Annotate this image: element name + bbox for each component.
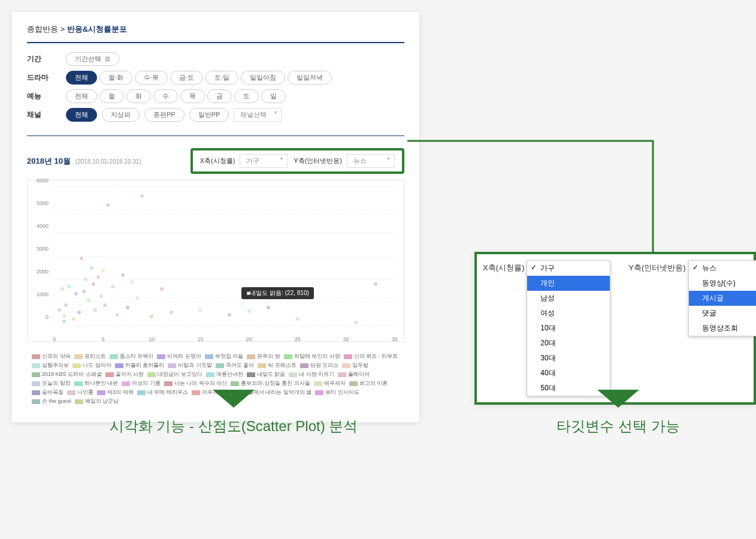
legend-item: 설렘주의보 — [32, 362, 69, 369]
filter-pill[interactable]: 금 — [207, 89, 232, 103]
data-point[interactable] — [140, 194, 144, 198]
dropdown-item[interactable]: 30대 — [527, 351, 610, 366]
filter-pill[interactable]: 전체 — [66, 89, 97, 103]
data-point[interactable] — [67, 285, 71, 288]
y-axis-select[interactable]: 뉴스 — [347, 154, 395, 168]
legend-item: 끝까지 사랑 — [105, 371, 144, 378]
data-point[interactable] — [228, 313, 231, 317]
filter-pill[interactable]: 수·목 — [135, 71, 168, 85]
data-point[interactable] — [126, 306, 129, 309]
dropdown-item[interactable]: 가구 — [527, 261, 610, 276]
filter-pill[interactable]: 전체 — [66, 71, 97, 85]
breadcrumb-sep: > — [61, 25, 65, 34]
data-point[interactable] — [160, 287, 164, 291]
legend-item: 하나뿐인 내편 — [74, 380, 119, 387]
x-axis-select[interactable]: 가구 — [240, 154, 288, 168]
dropdown-item[interactable]: 남성 — [527, 291, 610, 306]
dropdown-expanded-panel: X축(시청률) 가구개인남성여성10대20대30대40대50대 Y축(인터넷반응… — [474, 252, 756, 405]
legend-item: 러블리 호러블리 — [115, 362, 165, 369]
data-point[interactable] — [296, 317, 300, 321]
legend-item: 배우세자 — [314, 380, 346, 387]
legend-item: 단원 오피스 — [300, 362, 339, 369]
filter-pill[interactable]: 지상파 — [102, 108, 140, 122]
period-select-button[interactable]: 기간선택 ☰ — [66, 52, 119, 66]
filter-pill[interactable]: 종편PP — [144, 108, 185, 122]
data-point[interactable] — [87, 299, 90, 302]
data-point[interactable] — [90, 266, 93, 270]
filter-pill[interactable]: 토·일 — [205, 71, 238, 85]
dropdown-item[interactable]: 여성 — [527, 306, 610, 321]
legend-item: 2018 KBS 드라마 스페셜 — [32, 371, 102, 378]
data-point[interactable] — [267, 306, 270, 309]
period-label: 기간 — [27, 54, 57, 64]
data-point[interactable] — [96, 275, 100, 279]
data-point[interactable] — [103, 303, 107, 307]
dropdown-item[interactable]: 10대 — [527, 321, 610, 336]
filter-pill[interactable]: 전체 — [66, 108, 97, 122]
data-point[interactable] — [198, 308, 202, 312]
legend-item: 프리스트 — [74, 353, 106, 360]
data-point[interactable] — [58, 308, 61, 312]
legend-item: 비켜라 운명아 — [157, 353, 201, 360]
filter-pill[interactable]: 일일저녁 — [288, 71, 332, 85]
filter-pill[interactable]: 월·화 — [99, 71, 132, 85]
dropdown-item[interactable]: 뉴스 — [689, 261, 756, 276]
chart-tooltip: ■내일도 맑음: (22, 810) — [241, 287, 313, 299]
dropdown-item[interactable]: 40대 — [527, 366, 610, 381]
y-dropdown-list[interactable]: 뉴스동영상(수)게시글댓글동영상조회 — [688, 260, 756, 336]
legend-item: 계룡선녀전 — [206, 371, 243, 378]
filter-pill[interactable]: 목 — [180, 89, 205, 103]
breadcrumb-parent: 종합반응 — [27, 25, 58, 34]
left-caption-title: 시각화 기능 - 산점도(Scatter Plot) 분석 — [90, 417, 377, 434]
dropdown-item[interactable]: 20대 — [527, 336, 610, 351]
data-point[interactable] — [101, 269, 105, 272]
data-point[interactable] — [64, 303, 68, 307]
data-point[interactable] — [93, 308, 97, 312]
dropdown-item[interactable]: 댓글 — [689, 306, 756, 321]
data-point[interactable] — [62, 314, 66, 318]
data-point[interactable] — [354, 321, 358, 324]
channel-select[interactable]: 채널선택 — [234, 108, 282, 122]
scatter-chart[interactable]: 0100020003000400050006000 ■내일도 맑음: (22, … — [27, 180, 404, 342]
dropdown-item[interactable]: 게시글 — [689, 291, 756, 306]
data-point[interactable] — [61, 287, 64, 291]
data-point[interactable] — [77, 311, 81, 314]
data-point[interactable] — [99, 294, 103, 298]
data-point[interactable] — [150, 315, 153, 318]
filter-section: 기간 기간선택 ☰ 드라마 전체월·화수·목금·토토·일일일아침일일저녁 예능 … — [27, 52, 404, 136]
date-title: 2018년 10월 (2018.10.01-2018.10.31) — [27, 156, 141, 167]
data-point[interactable] — [247, 309, 251, 313]
data-point[interactable] — [74, 292, 78, 296]
data-point[interactable] — [82, 290, 86, 293]
data-point[interactable] — [131, 280, 134, 284]
triangle-down-icon — [213, 390, 255, 408]
legend-item: 신의 퀴즈 : 리부트 — [344, 353, 398, 360]
data-point[interactable] — [72, 317, 75, 321]
data-point[interactable] — [111, 285, 114, 288]
right-caption-title: 타깃변수 선택 가능 — [498, 417, 738, 434]
data-point[interactable] — [374, 282, 377, 286]
data-point[interactable] — [92, 282, 95, 286]
filter-pill[interactable]: 화 — [126, 89, 151, 103]
data-point[interactable] — [106, 203, 110, 207]
data-point[interactable] — [116, 313, 119, 317]
legend-item: 죽어도 좋아 — [216, 362, 255, 369]
filter-pill[interactable]: 일 — [261, 89, 286, 103]
dropdown-item[interactable]: 동영상(수) — [689, 276, 756, 291]
filter-pill[interactable]: 일일아침 — [241, 71, 285, 85]
data-point[interactable] — [121, 273, 125, 277]
filter-pill[interactable]: 토 — [234, 89, 259, 103]
filter-pill[interactable]: 금·토 — [170, 71, 203, 85]
filter-pill[interactable]: 수 — [153, 89, 178, 103]
data-point[interactable] — [84, 278, 87, 281]
data-point[interactable] — [135, 296, 139, 300]
data-point[interactable] — [62, 320, 66, 323]
data-point[interactable] — [170, 311, 173, 314]
dropdown-item[interactable]: 동영상조회 — [689, 321, 756, 336]
x-dropdown-list[interactable]: 가구개인남성여성10대20대30대40대50대 — [527, 260, 610, 396]
dropdown-item[interactable]: 개인 — [527, 276, 610, 291]
filter-pill[interactable]: 월 — [99, 89, 124, 103]
data-point[interactable] — [80, 257, 83, 260]
y-dropdown-label: Y축(인터넷반응) — [628, 260, 685, 273]
filter-pill[interactable]: 일반PP — [189, 108, 229, 122]
